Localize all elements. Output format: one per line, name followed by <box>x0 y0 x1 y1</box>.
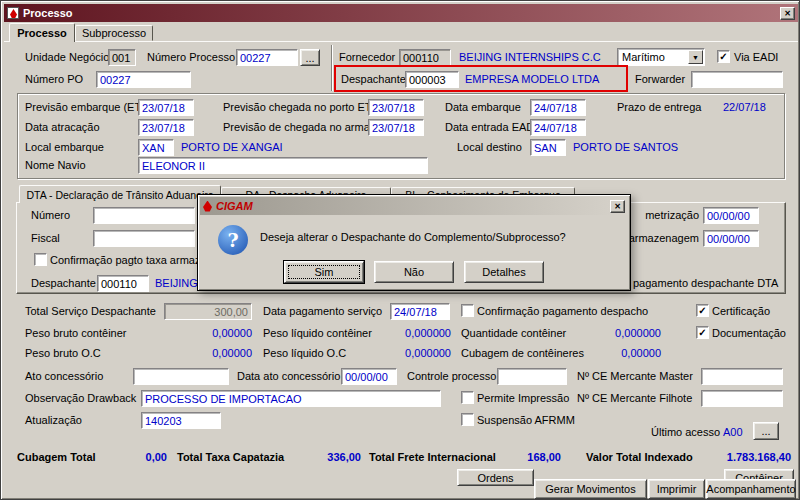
numero-processo-field[interactable]: 00227 <box>236 49 298 66</box>
dta-despachante-code-field[interactable]: 000110 <box>97 275 149 292</box>
tab-dta[interactable]: DTA - Declaração de Trânsito Aduaneiro <box>19 185 221 203</box>
total-servico-label: Total Serviço Despachante <box>25 305 156 318</box>
dialog-title: CIGAM <box>216 200 606 212</box>
observacao-drawback-field[interactable]: PROCESSO DE IMPORTACAO <box>141 390 441 407</box>
unidade-negocio-field[interactable]: 001 <box>108 49 136 66</box>
dta-pagamento-despachante-label-fragment: pagamento despachante DTA <box>633 277 778 290</box>
permite-impressao-checkbox[interactable] <box>461 391 474 404</box>
local-embarque-name: PORTO DE XANGAI <box>181 141 283 154</box>
app-icon <box>7 7 19 19</box>
certificacao-label: Certificação <box>712 305 770 318</box>
valor-indexado-label: Valor Total Indexado <box>586 451 693 464</box>
ce-filhote-field[interactable] <box>701 390 783 407</box>
atualizacao-field[interactable]: 140203 <box>141 412 221 429</box>
nao-button[interactable]: Não <box>374 261 454 283</box>
dialog-title-bar[interactable]: CIGAM ✕ <box>200 197 628 215</box>
quantidade-conteiner-label: Quantidade contêiner <box>461 327 566 340</box>
dta-fiscal-label: Fiscal <box>31 232 60 245</box>
numero-po-field[interactable]: 00227 <box>96 71 191 88</box>
dta-despachante-label: Despachante <box>31 277 96 290</box>
transporte-select[interactable]: Marítimo ▼ <box>617 48 705 66</box>
dta-confirmacao-pagto-label: Confirmação pagto taxa armaze <box>50 254 207 267</box>
cigam-logo-icon <box>203 201 212 212</box>
data-atracacao-field[interactable]: 23/07/18 <box>138 119 194 136</box>
data-ato-field[interactable]: 00/00/00 <box>341 368 397 385</box>
ce-filhote-label: Nº CE Mercante Filhote <box>577 392 692 405</box>
previsao-embarque-field[interactable]: 23/07/18 <box>138 99 194 116</box>
peso-liquido-oc-value: 0,000000 <box>363 347 451 360</box>
nome-navio-field[interactable]: ELEONOR II <box>138 157 428 174</box>
peso-liquido-conteiner-value: 0,000000 <box>363 327 451 340</box>
ultimo-acesso-browse-button[interactable]: ... <box>753 422 779 440</box>
chevron-down-icon[interactable]: ▼ <box>688 50 703 64</box>
numero-processo-label: Número Processo <box>147 51 235 64</box>
data-atracacao-label: Data atracação <box>25 121 100 134</box>
cigam-dialog: CIGAM ✕ ? Deseja alterar o Despachante d… <box>197 194 631 291</box>
data-embarque-field[interactable]: 24/07/18 <box>530 99 586 116</box>
dta-numero-field[interactable] <box>93 207 195 224</box>
frete-internacional-label: Total Frete Internacional <box>369 451 496 464</box>
dta-taxa-armazenagem-field[interactable]: 00/00/00 <box>703 230 759 247</box>
transporte-selected-value: Marítimo <box>622 51 665 63</box>
data-ato-label: Data ato concessório <box>237 370 340 383</box>
controle-processo-field[interactable] <box>497 368 567 385</box>
despachante-code-field[interactable]: 000003 <box>405 71 459 88</box>
imprimir-button[interactable]: Imprimir <box>648 479 705 499</box>
peso-liquido-conteiner-label: Peso líquido contêiner <box>263 327 372 340</box>
dta-metrizacao-field[interactable]: 00/00/00 <box>703 207 759 224</box>
data-pagamento-field[interactable]: 24/07/18 <box>390 303 450 320</box>
suspensao-afrmm-checkbox[interactable] <box>461 413 474 426</box>
local-embarque-field[interactable]: XAN <box>138 139 174 156</box>
detalhes-button[interactable]: Detalhes <box>464 261 544 283</box>
dta-fiscal-field[interactable] <box>93 230 195 247</box>
previsao-chegada-armazem-field[interactable]: 23/07/18 <box>368 119 424 136</box>
forwarder-field[interactable] <box>691 71 783 88</box>
ce-master-field[interactable] <box>701 368 783 385</box>
title-bar[interactable]: Processo ✕ <box>4 4 798 22</box>
data-pagamento-label: Data pagamento serviço <box>263 305 382 318</box>
ultimo-acesso-label: Último acesso <box>651 426 720 439</box>
cubagem-conteineres-value: 0,00000 <box>573 347 661 360</box>
sim-button[interactable]: Sim <box>284 261 364 283</box>
acompanhamento-button[interactable]: Acompanhamento <box>706 479 796 499</box>
dta-confirmacao-pagto-checkbox[interactable] <box>34 253 47 266</box>
dta-numero-label: Número <box>31 209 70 222</box>
confirmacao-despacho-checkbox[interactable] <box>461 304 474 317</box>
ato-concessorio-field[interactable] <box>133 368 229 385</box>
documentacao-checkbox[interactable]: ✓ <box>696 326 709 339</box>
confirmacao-despacho-label: Confirmação pagamento despacho <box>477 305 648 318</box>
previsao-chegada-porto-label: Previsão chegada no porto ETA <box>223 101 378 114</box>
dialog-close-icon[interactable]: ✕ <box>610 200 625 213</box>
peso-bruto-oc-label: Peso bruto O.C <box>25 347 101 360</box>
tab-processo[interactable]: Processo <box>9 23 75 42</box>
cubagem-total-label: Cubagem Total <box>17 451 96 464</box>
total-servico-field: 300,00 <box>164 303 252 320</box>
taxa-capatazia-value: 336,00 <box>291 451 361 464</box>
local-embarque-label: Local embarque <box>25 141 104 154</box>
previsao-chegada-armazem-label: Previsão de chegada no armazém <box>223 121 391 134</box>
permite-impressao-label: Permite Impressão <box>477 392 569 405</box>
fornecedor-code-field[interactable]: 000110 <box>399 49 451 66</box>
prazo-entrega-value: 22/07/18 <box>723 101 766 114</box>
numero-processo-browse-button[interactable]: ... <box>300 49 320 66</box>
gerar-movimentos-button[interactable]: Gerar Movimentos <box>534 479 647 499</box>
local-destino-name: PORTO DE SANTOS <box>573 141 678 154</box>
numero-po-label: Número PO <box>25 73 83 86</box>
data-entrada-eadi-field[interactable]: 24/07/18 <box>530 119 586 136</box>
via-eadi-checkbox[interactable]: ✓ <box>717 50 730 63</box>
despachante-name: EMPRESA MODELO LTDA <box>465 73 599 86</box>
question-icon: ? <box>218 225 248 255</box>
processo-window: Processo ✕ Processo Subprocesso Unidade … <box>0 0 800 500</box>
close-icon[interactable]: ✕ <box>780 7 795 20</box>
data-embarque-label: Data embarque <box>445 101 521 114</box>
tab-subprocesso[interactable]: Subprocesso <box>75 25 153 41</box>
cubagem-total-value: 0,00 <box>101 451 167 464</box>
controle-processo-label: Controle processo <box>407 370 496 383</box>
fornecedor-label: Fornecedor <box>339 51 395 64</box>
despachante-label: Despachante <box>341 73 406 86</box>
certificacao-checkbox[interactable]: ✓ <box>696 304 709 317</box>
local-destino-field[interactable]: SAN <box>530 139 566 156</box>
ordens-button[interactable]: Ordens <box>457 469 534 486</box>
taxa-capatazia-label: Total Taxa Capatazia <box>177 451 284 464</box>
previsao-chegada-porto-field[interactable]: 23/07/18 <box>368 99 424 116</box>
